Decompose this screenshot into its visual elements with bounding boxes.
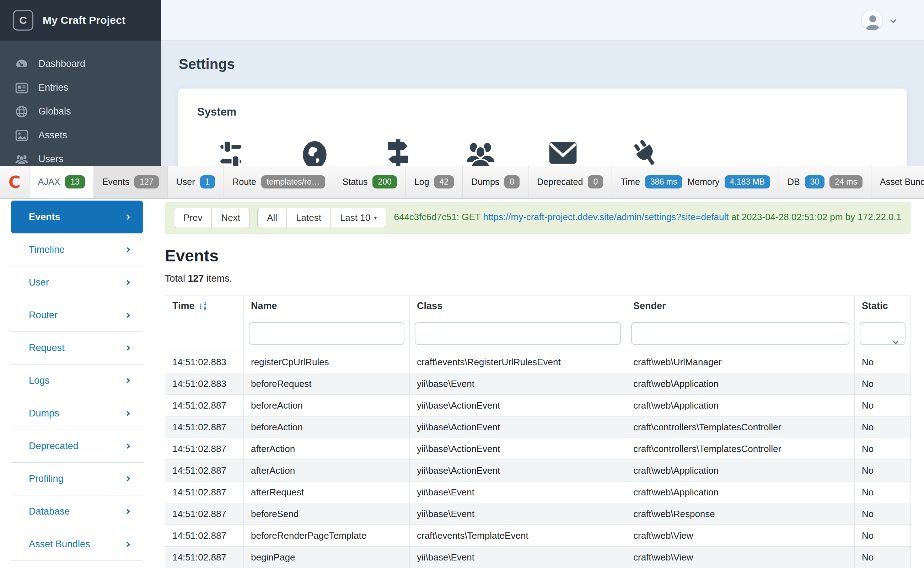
users-icon[interactable] <box>466 138 495 166</box>
last10-dropdown-button[interactable]: Last 10▾ <box>331 208 386 228</box>
craft-debug-logo[interactable]: C <box>0 166 29 198</box>
request-url-link[interactable]: https://my-craft-project.ddev.site/admin… <box>483 211 729 222</box>
name-filter-input[interactable] <box>249 322 404 345</box>
toolbar-block-deprecated[interactable]: Deprecated 0 <box>528 166 612 198</box>
cell-time: 14:51:02.887 <box>165 460 244 482</box>
static-filter-select[interactable] <box>860 322 906 345</box>
cell-static: No <box>855 395 911 417</box>
cell-static: No <box>855 438 911 460</box>
toolbar-block-log[interactable]: Log 42 <box>406 166 463 198</box>
column-header-time[interactable]: Time↓19 <box>165 296 244 316</box>
globe-icon[interactable] <box>301 138 330 166</box>
sidebar-item-entries[interactable]: Entries <box>0 76 161 100</box>
cell-static: No <box>855 546 911 568</box>
table-row: 14:51:02.883 beforeRequest yii\base\Even… <box>165 373 911 395</box>
cell-sender: craft\web\Application <box>626 460 855 482</box>
static-filter-cell <box>855 316 911 351</box>
cell-sender: craft\web\Response <box>626 503 855 525</box>
debug-menu-item[interactable]: Database <box>11 495 143 528</box>
toolbar-block-asset-bundles[interactable]: Asset Bundles 18 <box>871 166 924 198</box>
debug-menu-item[interactable]: Deprecated <box>11 430 143 463</box>
latest-button[interactable]: Latest <box>287 208 331 228</box>
table-row: 14:51:02.887 afterRequest yii\base\Event… <box>165 482 911 503</box>
mail-icon[interactable] <box>548 138 578 166</box>
user-avatar[interactable] <box>861 9 883 31</box>
chevron-right-icon <box>125 443 130 449</box>
debug-menu-item[interactable]: User <box>11 266 143 299</box>
sidebar-item-dashboard[interactable]: Dashboard <box>0 52 161 76</box>
debug-menu-item-label: Logs <box>29 375 50 386</box>
log-label: Log <box>414 177 429 187</box>
cell-sender: craft\controllers\TemplatesController <box>626 438 855 460</box>
user-label: User <box>176 177 195 187</box>
cell-name: afterAction <box>244 460 410 482</box>
craft-main-area: Settings System <box>161 0 924 166</box>
events-table: Time↓19 Name Class Sender Static <box>165 295 911 568</box>
cell-class: yii\base\ActionEvent <box>410 460 626 482</box>
routes-icon[interactable] <box>384 138 413 166</box>
debug-events-panel: Events Timeline User Router Request Logs <box>0 199 924 569</box>
column-header-static: Static <box>855 296 911 316</box>
debug-menu-item[interactable]: Asset Bundles <box>11 528 143 561</box>
account-menu-chevron-icon[interactable] <box>890 17 896 23</box>
sender-filter-input[interactable] <box>631 322 850 345</box>
toolbar-block-ajax[interactable]: AJAX 13 <box>29 166 94 198</box>
toolbar-block-db[interactable]: DB 30 24 ms <box>779 166 871 198</box>
cell-class: yii\base\Event <box>410 482 626 503</box>
toolbar-block-dumps[interactable]: Dumps 0 <box>463 166 528 198</box>
debug-toolbar: C AJAX 13 Events 127 User 1 Route templa… <box>0 166 924 199</box>
next-button[interactable]: Next <box>211 208 249 228</box>
toolbar-block-user[interactable]: User 1 <box>168 166 224 198</box>
table-row: 14:51:02.887 afterAction yii\base\Action… <box>165 438 911 460</box>
debug-menu-item[interactable]: Router <box>11 299 143 332</box>
debug-menu-item[interactable]: Events <box>11 201 143 234</box>
sidebar-item-label: Assets <box>38 130 67 141</box>
request-method: GET <box>462 211 481 222</box>
toolbar-block-route[interactable]: Route templates/re… <box>224 166 334 198</box>
globe-icon <box>14 104 29 119</box>
pager-button-group: PrevNext <box>174 208 250 228</box>
debug-menu-item[interactable]: Timeline <box>11 233 143 266</box>
class-filter-input[interactable] <box>415 322 621 345</box>
sidebar-item-globals[interactable]: Globals <box>0 100 161 123</box>
time-filter-cell <box>165 316 244 351</box>
newspaper-icon <box>14 81 29 95</box>
deprecated-count-badge: 0 <box>588 175 603 189</box>
chevron-right-icon <box>125 542 130 547</box>
sender-filter-cell <box>626 316 855 351</box>
toolbar-block-time-memory[interactable]: Time 386 ms Memory 4.183 MB <box>612 166 779 198</box>
sliders-icon[interactable] <box>218 138 248 166</box>
debug-menu-item-label: Events <box>29 211 61 223</box>
request-summary-bar: PrevNext AllLatestLast 10▾ 644c3fc6d7c51… <box>165 202 910 234</box>
craft-topbar <box>161 0 924 41</box>
debug-menu-item-label: Asset Bundles <box>29 539 90 550</box>
sidebar-item-assets[interactable]: Assets <box>0 123 161 147</box>
caret-down-icon: ▾ <box>374 215 377 221</box>
cell-time: 14:51:02.887 <box>165 438 244 460</box>
table-row: 14:51:02.887 beforeSend yii\base\Event c… <box>165 503 911 525</box>
craft-admin-area: C My Craft Project Dashboard Entries Glo… <box>0 0 924 166</box>
cell-sender: craft\web\Application <box>626 482 855 503</box>
cell-sender: craft\web\Application <box>626 373 855 395</box>
person-icon <box>864 12 882 30</box>
debug-menu-item[interactable]: Profiling <box>11 462 143 495</box>
all-button[interactable]: All <box>257 208 287 228</box>
time-value-badge: 386 ms <box>645 175 682 189</box>
toolbar-block-status[interactable]: Status 200 <box>334 166 406 198</box>
cell-class: yii\base\ActionEvent <box>410 395 626 417</box>
debug-menu-item[interactable]: Logs <box>11 364 143 397</box>
column-header-class: Class <box>410 296 626 316</box>
sidebar-item-users[interactable]: Users <box>0 147 161 166</box>
debug-menu-item[interactable] <box>11 560 143 569</box>
events-table-body: 14:51:02.883 registerCpUrlRules craft\ev… <box>165 351 911 568</box>
table-row: 14:51:02.887 beforeAction yii\base\Actio… <box>165 417 911 438</box>
table-header-row: Time↓19 Name Class Sender Static <box>165 296 911 316</box>
plugins-icon[interactable] <box>625 132 666 166</box>
cell-class: yii\base\Event <box>410 546 626 568</box>
debug-menu-item[interactable]: Dumps <box>11 397 143 430</box>
craft-nav: Dashboard Entries Globals Assets Users <box>0 41 161 166</box>
toolbar-block-events[interactable]: Events 127 <box>94 166 168 198</box>
chevron-right-icon <box>125 378 130 384</box>
prev-button[interactable]: Prev <box>174 208 211 228</box>
debug-menu-item[interactable]: Request <box>11 332 143 365</box>
